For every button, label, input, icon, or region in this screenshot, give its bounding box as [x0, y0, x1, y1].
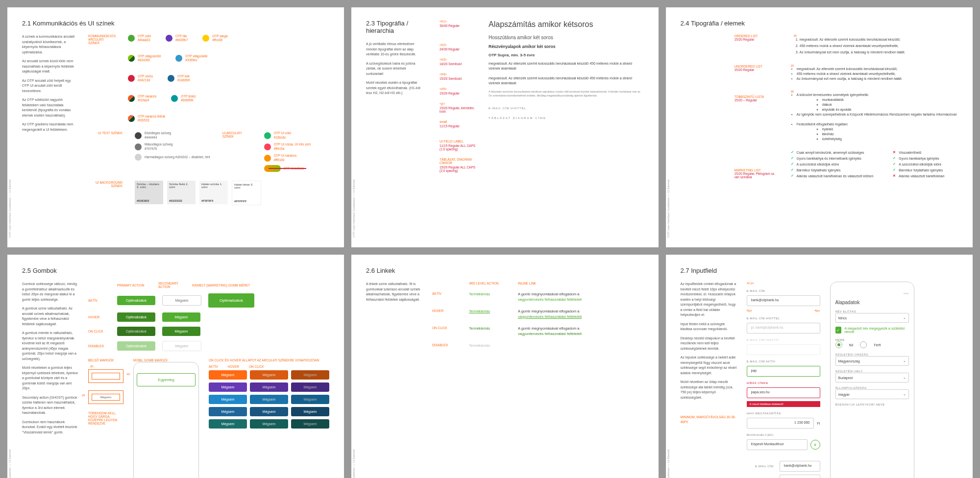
- chevron-down-icon: ⌄: [903, 392, 906, 396]
- type-examples: Alapszámítás amikor kétsoros Hosszútávra…: [489, 20, 644, 179]
- email-active-field[interactable]: pap: [747, 366, 820, 377]
- marketing-button[interactable]: Optimalizálok: [208, 293, 254, 308]
- citizenship-select[interactable]: magyar⌄: [835, 389, 909, 399]
- color-buttons: MégsemMégsemMégsem MégsemMégsemMégsem Mé…: [209, 370, 329, 429]
- label-text: UI TEXT SZÍNEK: [88, 131, 122, 135]
- unordered-list: megvalósult. Az ellenzék szerint kolossz…: [791, 67, 958, 80]
- label-komm: KOMMUNIKÁCIÓS ARCULATI SZÍNEK: [88, 34, 116, 45]
- third-link-disabled: Termékleírás: [469, 343, 503, 348]
- check-icon: ✓: [791, 162, 794, 166]
- page-2.1: OTP User Interface Guidelines — UI Eleme…: [7, 7, 344, 247]
- swatch: OTP kék#1e6699: [168, 74, 190, 83]
- primary-button-hover[interactable]: Optimalizálok: [117, 312, 155, 322]
- mobile-title: Alapadatok: [835, 300, 909, 305]
- email-hint-field[interactable]: pl. bank@otpbank.hu: [747, 323, 820, 334]
- check-icon: ✓: [791, 174, 794, 178]
- x-icon: ✕: [893, 174, 896, 178]
- country-select[interactable]: Magyarország⌄: [835, 356, 909, 366]
- page-title: 2.7 Inputfield: [681, 267, 958, 274]
- secondary-button[interactable]: Mégsem: [162, 295, 201, 306]
- bg-swatches: Szürke – dividers 3. szint#E0E0E0 Szürke…: [135, 181, 261, 205]
- page-title: 2.3 Tipográfia / hierarchia: [366, 20, 430, 34]
- page-2.7: OTP User Interface Guidelines — UI Eleme…: [666, 255, 973, 478]
- swatch: OTP zöld#4baa33: [128, 34, 151, 43]
- swatch: OTP narancs felirat#f26533: [128, 115, 165, 123]
- page-2.3: OTP User Interface Guidelines — UI Eleme…: [351, 7, 659, 247]
- label-arculati: UI ARCULATI SZÍNEK: [222, 131, 252, 138]
- ordered-list: megvalósult. Az ellenzék szerint kolossz…: [800, 37, 958, 54]
- page-title: 2.6 Linkek: [366, 267, 644, 274]
- page-2.4: OTP User Interface Guidelines — UI Eleme…: [666, 7, 973, 247]
- third-link-click[interactable]: Termékleírás: [469, 326, 503, 331]
- email-error-field[interactable]: papa.ses.hu: [747, 387, 820, 398]
- add-button[interactable]: +: [810, 440, 820, 450]
- swatch: OTP narancs#f15a24: [128, 95, 156, 103]
- checkbox[interactable]: ✓: [835, 327, 842, 334]
- chevron-down-icon: ⌄: [903, 376, 906, 380]
- page-2.6: OTP User Interface Guidelines — UI Eleme…: [351, 255, 659, 478]
- nested-list: A kölcsönt természetes személyek igényel…: [791, 93, 958, 141]
- page-2.5: OTP User Interface Guidelines — UI Eleme…: [7, 255, 344, 478]
- check-icon: ✓: [893, 168, 896, 172]
- page-title: 2.5 Gombok: [22, 267, 329, 274]
- phone-form: ●●● Alapadatok NÉV ELŐTAG Nincs⌄ ✓A mega…: [830, 282, 914, 478]
- marketing-list: ✓Csak annyit kérdezünk, amennyit szükség…: [791, 150, 874, 180]
- check-icon: ✓: [791, 150, 794, 154]
- check-icon: ✓: [791, 168, 794, 172]
- third-link[interactable]: Termékleírás: [469, 292, 503, 296]
- check-icon: ✓: [791, 156, 794, 160]
- email-inactive-field: [747, 344, 820, 355]
- radio-male[interactable]: [860, 341, 867, 348]
- x-icon: ✕: [893, 150, 896, 154]
- chevron-down-icon: ⌄: [903, 316, 906, 320]
- city-select[interactable]: Budapest⌄: [835, 373, 909, 382]
- footer-text: OTP User Interface Guidelines — UI Eleme…: [8, 179, 11, 238]
- input-examples: 12 px E-MAIL CÍM bank@otpbank.hu 4[px4[p…: [747, 282, 820, 478]
- check-icon: ✓: [893, 162, 896, 166]
- prefix-select[interactable]: Nincs⌄: [835, 313, 909, 323]
- page-title: 2.1 Kommunikációs és UI színek: [22, 20, 329, 27]
- third-link-hover[interactable]: Termékleírás: [469, 309, 503, 313]
- swatch: OTP világoskék#3399cc: [175, 54, 207, 63]
- swatch: OTP sárga#ffcc00: [202, 34, 227, 43]
- error-message: A mező kitöltése kötelező!: [747, 401, 820, 407]
- phone-mockup: Egyenleg: [133, 362, 199, 478]
- inline-link[interactable]: vagyontervezés felhasználási feltételeit: [518, 297, 582, 302]
- secondary-button-hover[interactable]: Mégsem: [162, 312, 200, 322]
- amount-field[interactable]: 1 230 000: [747, 418, 814, 429]
- chevron-down-icon: ⌄: [903, 359, 906, 363]
- margin-diagram: 20 40: [88, 369, 123, 383]
- swatch: OTP türkiz#009999: [171, 95, 196, 103]
- check-icon: ✓: [893, 156, 896, 160]
- swatch: OTP világoszöld#82c000: [128, 54, 161, 63]
- type-specs: <h1>36/40 Regular <h2>24/30 Regular <h3>…: [440, 20, 479, 179]
- email-field[interactable]: bank@otpbank.hu: [747, 295, 820, 306]
- mobile-button[interactable]: Egyenleg: [137, 373, 196, 386]
- marketing-list: ✕Visszatéríthető ✓Gyors bankkártya igény…: [893, 150, 944, 180]
- swatch: OTP vörös#d4213d: [128, 74, 153, 83]
- page-title: 2.4 Tipográfia / elemek: [681, 20, 958, 27]
- body-text: A színek a kommunikációs arculati szabál…: [22, 34, 78, 214]
- primary-button[interactable]: Optimalizálok: [117, 296, 155, 305]
- swatch-grid: OTP zöld#4baa33 OTP lila#6639b7 OTP sárg…: [128, 34, 329, 122]
- workplace-field[interactable]: Kispesti Munkaotthon: [747, 439, 808, 450]
- label-bg: UI BACKGROUND SZÍNEK: [88, 181, 122, 188]
- swatch: OTP lila#6639b7: [166, 34, 188, 43]
- radio-female[interactable]: [835, 341, 842, 348]
